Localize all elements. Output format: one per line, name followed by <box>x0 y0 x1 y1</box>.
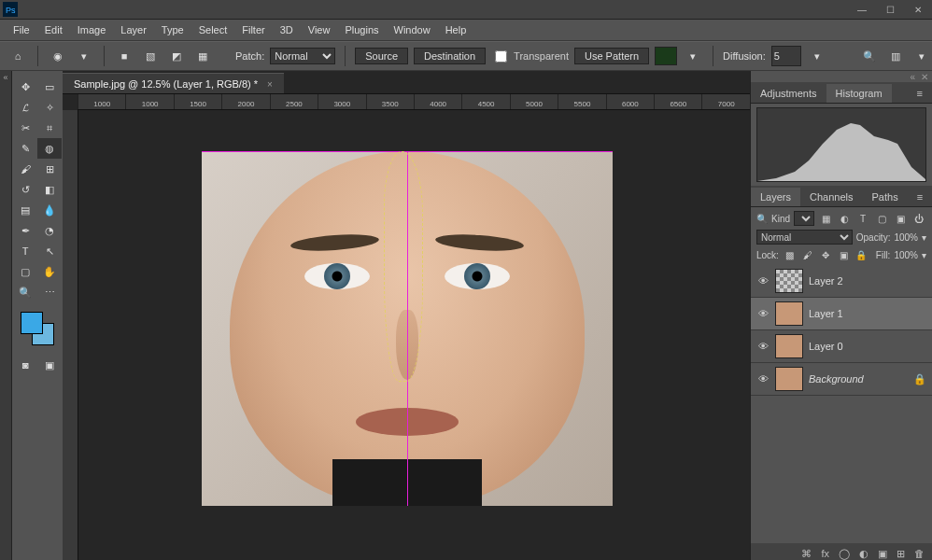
document-tab[interactable]: Sample.jpg @ 12.5% (Layer 1, RGB/8) * × <box>63 73 284 93</box>
new-adjustment-icon[interactable]: ◐ <box>859 548 868 560</box>
frame-tool[interactable]: ⌗ <box>37 118 62 138</box>
blur-tool[interactable]: 💧 <box>37 200 62 220</box>
menu-window[interactable]: Window <box>387 21 438 38</box>
menu-file[interactable]: File <box>6 21 37 38</box>
layer-row[interactable]: 👁 Layer 0 <box>751 330 932 363</box>
menu-layer[interactable]: Layer <box>113 21 154 38</box>
marquee-tool[interactable]: ▭ <box>37 77 62 97</box>
filter-type-icon[interactable]: T <box>855 212 870 225</box>
foreground-swatch[interactable] <box>21 312 43 334</box>
chevron-down-icon[interactable]: ▾ <box>922 250 926 260</box>
shape-tool[interactable]: ▢ <box>13 261 37 282</box>
destination-button[interactable]: Destination <box>414 48 486 64</box>
layer-fx-icon[interactable]: fx <box>821 548 829 559</box>
zoom-tool[interactable]: 🔍 <box>13 282 37 302</box>
layer-row[interactable]: 👁 Background 🔒 <box>751 363 932 396</box>
tool-preset-icon[interactable]: ◉ <box>48 46 68 66</box>
opacity-value[interactable]: 100% <box>894 232 918 243</box>
sel-add-icon[interactable]: ▧ <box>140 46 161 66</box>
sel-new-icon[interactable]: ■ <box>114 46 134 66</box>
lock-artboard-icon[interactable]: ▣ <box>836 248 850 261</box>
menu-image[interactable]: Image <box>70 21 114 38</box>
new-layer-icon[interactable]: ⊞ <box>897 548 905 560</box>
menu-select[interactable]: Select <box>191 21 235 38</box>
visibility-toggle[interactable]: 👁 <box>756 275 770 287</box>
link-layers-icon[interactable]: ⌘ <box>801 548 812 560</box>
window-close-button[interactable]: ✕ <box>904 0 932 19</box>
hand-tool[interactable]: ✋ <box>37 261 62 282</box>
menu-filter[interactable]: Filter <box>234 21 272 38</box>
menu-help[interactable]: Help <box>438 21 474 38</box>
transparent-check-input[interactable] <box>495 50 507 63</box>
diffusion-input[interactable] <box>771 46 801 66</box>
path-select-tool[interactable]: ↖ <box>37 241 62 261</box>
move-tool[interactable]: ✥ <box>13 77 37 97</box>
home-icon[interactable]: ⌂ <box>7 46 28 66</box>
panel-close-icon[interactable]: ✕ <box>921 72 928 82</box>
fill-value[interactable]: 100% <box>894 250 918 260</box>
lock-transparent-icon[interactable]: ▩ <box>783 248 797 261</box>
lock-paint-icon[interactable]: 🖌 <box>800 248 814 261</box>
tab-layers[interactable]: Layers <box>751 188 800 206</box>
layer-row[interactable]: 👁 Layer 2 <box>751 265 932 298</box>
patch-tool[interactable]: ◍ <box>37 138 62 159</box>
filter-smart-icon[interactable]: ▣ <box>893 212 908 225</box>
tab-paths[interactable]: Paths <box>863 188 908 206</box>
panel-menu-icon[interactable]: ≡ <box>908 84 932 103</box>
visibility-toggle[interactable]: 👁 <box>756 308 770 319</box>
lock-position-icon[interactable]: ✥ <box>818 248 832 261</box>
lock-icon[interactable]: 🔒 <box>913 373 926 385</box>
document-canvas[interactable] <box>202 151 613 506</box>
quick-mask-tool[interactable]: ◙ <box>13 355 37 375</box>
layer-row[interactable]: 👁 Layer 1 <box>751 298 932 330</box>
panel-collapse-icon[interactable]: « <box>910 72 915 82</box>
vertical-ruler[interactable] <box>63 110 78 560</box>
canvas-viewport[interactable] <box>78 110 750 560</box>
use-pattern-button[interactable]: Use Pattern <box>574 48 649 64</box>
tab-histogram[interactable]: Histogram <box>826 84 892 103</box>
pattern-swatch[interactable] <box>655 47 677 65</box>
filter-adjust-icon[interactable]: ◐ <box>837 212 852 225</box>
wand-tool[interactable]: ✧ <box>37 97 62 118</box>
lasso-tool[interactable]: 𝓛 <box>13 97 37 118</box>
layer-name-label[interactable]: Layer 0 <box>809 341 843 352</box>
chevron-down-icon[interactable]: ▾ <box>922 232 926 243</box>
menu-plugins[interactable]: Plugins <box>337 21 386 38</box>
visibility-toggle[interactable]: 👁 <box>756 373 770 385</box>
menu-edit[interactable]: Edit <box>37 21 70 38</box>
history-brush-tool[interactable]: ↺ <box>13 179 37 200</box>
layer-name-label[interactable]: Background <box>809 373 864 385</box>
color-swatches[interactable] <box>21 312 54 345</box>
layer-thumbnail[interactable] <box>775 334 803 358</box>
menu-3d[interactable]: 3D <box>273 21 301 38</box>
dodge-tool[interactable]: ◔ <box>37 220 62 241</box>
horizontal-ruler[interactable]: 1000 1000 1500 2000 2500 3000 3500 4000 … <box>78 94 750 110</box>
eyedropper-tool[interactable]: ✎ <box>13 138 37 159</box>
window-minimize-button[interactable]: — <box>848 0 876 19</box>
layer-thumbnail[interactable] <box>775 301 803 326</box>
sel-int-icon[interactable]: ▦ <box>192 46 213 66</box>
sel-sub-icon[interactable]: ◩ <box>166 46 187 66</box>
layer-thumbnail[interactable] <box>775 269 803 293</box>
chevron-down-icon[interactable]: ▾ <box>683 46 703 66</box>
brush-tool[interactable]: 🖌 <box>13 159 37 179</box>
layer-thumbnail[interactable] <box>775 367 803 391</box>
stamp-tool[interactable]: ⊞ <box>37 159 62 179</box>
close-tab-icon[interactable]: × <box>267 79 273 90</box>
chevron-down-icon[interactable]: ▾ <box>911 46 932 66</box>
new-group-icon[interactable]: ▣ <box>878 548 887 560</box>
layer-mask-icon[interactable]: ◯ <box>839 548 850 560</box>
gradient-tool[interactable]: ▤ <box>13 200 37 220</box>
source-button[interactable]: Source <box>355 48 408 64</box>
chevron-down-icon[interactable]: ▾ <box>807 46 827 66</box>
patch-mode-select[interactable]: Normal <box>270 48 335 64</box>
filter-shape-icon[interactable]: ▢ <box>874 212 889 225</box>
crop-tool[interactable]: ✂ <box>13 118 37 138</box>
collapse-strip[interactable]: « <box>0 71 12 560</box>
filter-toggle-icon[interactable]: ⏻ <box>911 212 926 225</box>
patch-selection[interactable] <box>384 151 423 382</box>
blend-mode-select[interactable]: Normal <box>756 230 853 245</box>
panel-menu-icon[interactable]: ≡ <box>908 188 932 206</box>
workspace-icon[interactable]: ▥ <box>885 46 906 66</box>
layer-name-label[interactable]: Layer 2 <box>809 275 843 287</box>
